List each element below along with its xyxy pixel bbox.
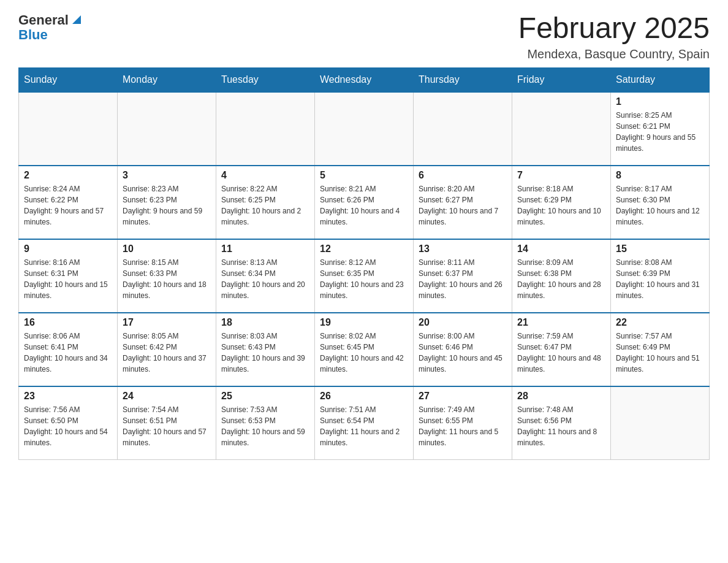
day-number: 11 [221,243,309,255]
day-info: Sunrise: 7:57 AM Sunset: 6:49 PM Dayligh… [616,331,704,375]
calendar-header-thursday: Thursday [414,67,512,92]
page-header: General Blue February 2025 Mendexa, Basq… [18,12,710,61]
day-number: 26 [320,391,408,402]
svg-marker-0 [72,15,81,24]
calendar-cell: 5Sunrise: 8:21 AM Sunset: 6:26 PM Daylig… [315,166,414,239]
day-info: Sunrise: 7:49 AM Sunset: 6:55 PM Dayligh… [419,404,507,448]
calendar-cell: 4Sunrise: 8:22 AM Sunset: 6:25 PM Daylig… [216,166,315,239]
calendar-header-sunday: Sunday [19,67,118,92]
day-info: Sunrise: 8:08 AM Sunset: 6:39 PM Dayligh… [616,257,704,301]
calendar-week-row: 16Sunrise: 8:06 AM Sunset: 6:41 PM Dayli… [19,313,710,386]
calendar-cell: 20Sunrise: 8:00 AM Sunset: 6:46 PM Dayli… [414,313,512,386]
day-info: Sunrise: 8:13 AM Sunset: 6:34 PM Dayligh… [221,257,309,301]
calendar-cell: 16Sunrise: 8:06 AM Sunset: 6:41 PM Dayli… [19,313,118,386]
day-info: Sunrise: 7:48 AM Sunset: 6:56 PM Dayligh… [517,404,605,448]
day-info: Sunrise: 8:17 AM Sunset: 6:30 PM Dayligh… [616,183,704,228]
title-section: February 2025 Mendexa, Basque Country, S… [518,12,710,61]
calendar-week-row: 23Sunrise: 7:56 AM Sunset: 6:50 PM Dayli… [19,386,710,460]
calendar-cell: 15Sunrise: 8:08 AM Sunset: 6:39 PM Dayli… [611,239,710,313]
calendar-cell: 25Sunrise: 7:53 AM Sunset: 6:53 PM Dayli… [216,386,315,460]
calendar-cell [414,92,512,166]
day-info: Sunrise: 8:20 AM Sunset: 6:27 PM Dayligh… [419,183,507,228]
day-number: 17 [123,317,211,328]
day-info: Sunrise: 8:15 AM Sunset: 6:33 PM Dayligh… [123,257,211,301]
logo-blue: Blue [18,27,48,43]
calendar-cell: 11Sunrise: 8:13 AM Sunset: 6:34 PM Dayli… [216,239,315,313]
day-info: Sunrise: 7:56 AM Sunset: 6:50 PM Dayligh… [24,404,112,448]
calendar-cell: 19Sunrise: 8:02 AM Sunset: 6:45 PM Dayli… [315,313,414,386]
calendar-week-row: 9Sunrise: 8:16 AM Sunset: 6:31 PM Daylig… [19,239,710,313]
calendar-cell: 26Sunrise: 7:51 AM Sunset: 6:54 PM Dayli… [315,386,414,460]
calendar-cell: 1Sunrise: 8:25 AM Sunset: 6:21 PM Daylig… [611,92,710,166]
day-info: Sunrise: 8:12 AM Sunset: 6:35 PM Dayligh… [320,257,408,301]
logo: General Blue [18,12,83,43]
calendar-cell: 8Sunrise: 8:17 AM Sunset: 6:30 PM Daylig… [611,166,710,239]
day-info: Sunrise: 8:02 AM Sunset: 6:45 PM Dayligh… [320,331,408,375]
logo-triangle-icon [70,13,83,26]
calendar-header-wednesday: Wednesday [315,67,414,92]
calendar-week-row: 2Sunrise: 8:24 AM Sunset: 6:22 PM Daylig… [19,166,710,239]
day-number: 24 [123,391,211,402]
day-number: 7 [517,170,605,181]
day-number: 19 [320,317,408,328]
day-info: Sunrise: 7:59 AM Sunset: 6:47 PM Dayligh… [517,331,605,375]
calendar-cell: 21Sunrise: 7:59 AM Sunset: 6:47 PM Dayli… [512,313,611,386]
calendar-cell [315,92,414,166]
day-info: Sunrise: 8:06 AM Sunset: 6:41 PM Dayligh… [24,331,112,375]
day-number: 6 [419,170,507,181]
day-number: 15 [616,243,704,255]
day-info: Sunrise: 8:11 AM Sunset: 6:37 PM Dayligh… [419,257,507,301]
day-number: 28 [517,391,605,402]
calendar-cell: 6Sunrise: 8:20 AM Sunset: 6:27 PM Daylig… [414,166,512,239]
day-number: 2 [24,170,112,181]
calendar-cell [216,92,315,166]
calendar-header-tuesday: Tuesday [216,67,315,92]
calendar-cell: 24Sunrise: 7:54 AM Sunset: 6:51 PM Dayli… [118,386,216,460]
calendar-header-saturday: Saturday [611,67,710,92]
calendar-cell: 10Sunrise: 8:15 AM Sunset: 6:33 PM Dayli… [118,239,216,313]
calendar-cell: 27Sunrise: 7:49 AM Sunset: 6:55 PM Dayli… [414,386,512,460]
day-number: 12 [320,243,408,255]
calendar-cell: 23Sunrise: 7:56 AM Sunset: 6:50 PM Dayli… [19,386,118,460]
day-info: Sunrise: 8:09 AM Sunset: 6:38 PM Dayligh… [517,257,605,301]
day-info: Sunrise: 8:22 AM Sunset: 6:25 PM Dayligh… [221,183,309,228]
day-number: 27 [419,391,507,402]
calendar-table: SundayMondayTuesdayWednesdayThursdayFrid… [18,67,710,461]
calendar-cell: 2Sunrise: 8:24 AM Sunset: 6:22 PM Daylig… [19,166,118,239]
day-number: 16 [24,317,112,328]
day-info: Sunrise: 7:51 AM Sunset: 6:54 PM Dayligh… [320,404,408,448]
day-number: 9 [24,243,112,255]
day-info: Sunrise: 8:24 AM Sunset: 6:22 PM Dayligh… [24,183,112,228]
day-number: 22 [616,317,704,328]
day-number: 14 [517,243,605,255]
day-number: 8 [616,170,704,181]
calendar-cell [611,386,710,460]
day-info: Sunrise: 8:05 AM Sunset: 6:42 PM Dayligh… [123,331,211,375]
day-info: Sunrise: 8:25 AM Sunset: 6:21 PM Dayligh… [616,110,704,154]
day-number: 5 [320,170,408,181]
day-number: 21 [517,317,605,328]
calendar-cell: 3Sunrise: 8:23 AM Sunset: 6:23 PM Daylig… [118,166,216,239]
calendar-cell: 28Sunrise: 7:48 AM Sunset: 6:56 PM Dayli… [512,386,611,460]
day-number: 13 [419,243,507,255]
calendar-week-row: 1Sunrise: 8:25 AM Sunset: 6:21 PM Daylig… [19,92,710,166]
calendar-cell: 14Sunrise: 8:09 AM Sunset: 6:38 PM Dayli… [512,239,611,313]
calendar-cell: 12Sunrise: 8:12 AM Sunset: 6:35 PM Dayli… [315,239,414,313]
calendar-cell: 22Sunrise: 7:57 AM Sunset: 6:49 PM Dayli… [611,313,710,386]
day-number: 4 [221,170,309,181]
day-number: 23 [24,391,112,402]
day-number: 25 [221,391,309,402]
day-number: 3 [123,170,211,181]
day-number: 1 [616,96,704,107]
day-info: Sunrise: 8:03 AM Sunset: 6:43 PM Dayligh… [221,331,309,375]
day-info: Sunrise: 8:16 AM Sunset: 6:31 PM Dayligh… [24,257,112,301]
day-info: Sunrise: 8:23 AM Sunset: 6:23 PM Dayligh… [123,183,211,228]
logo-general: General [18,12,69,28]
location-title: Mendexa, Basque Country, Spain [518,47,710,61]
day-info: Sunrise: 8:21 AM Sunset: 6:26 PM Dayligh… [320,183,408,228]
calendar-cell: 18Sunrise: 8:03 AM Sunset: 6:43 PM Dayli… [216,313,315,386]
calendar-header-monday: Monday [118,67,216,92]
day-number: 18 [221,317,309,328]
calendar-cell [118,92,216,166]
day-info: Sunrise: 8:18 AM Sunset: 6:29 PM Dayligh… [517,183,605,228]
